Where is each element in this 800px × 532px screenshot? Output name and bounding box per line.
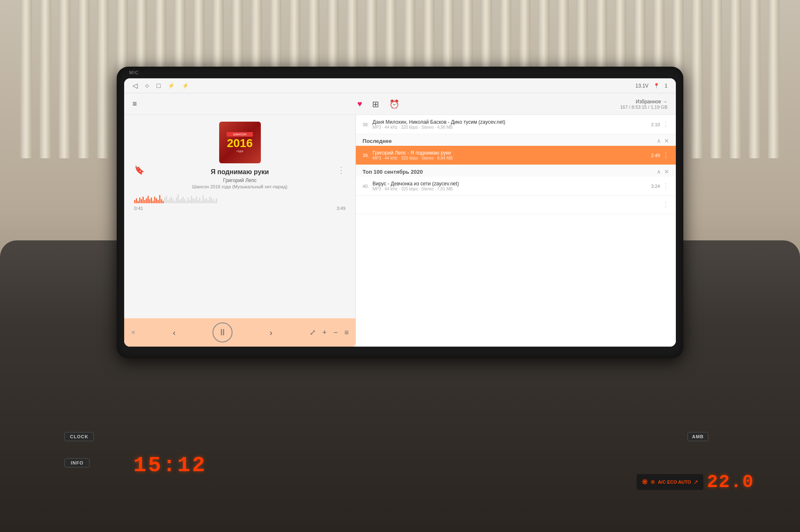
track-more-40[interactable]: ⋮: [662, 182, 669, 190]
track-meta-38: MP3 · 44 kHz · 320 kbps · Stereo · 4,98 …: [372, 125, 648, 130]
list-item[interactable]: 39. Григорий Лепс - Я поднимаю руки MP3 …: [356, 146, 676, 165]
controls-row: ✕ ‹ ⏸ › ⤢ + − ≡: [131, 322, 349, 342]
bookmark-icon[interactable]: 🔖: [134, 165, 145, 175]
track-meta-40: MP3 · 44 kHz · 320 kbps · Stereo · 7,81 …: [372, 187, 648, 191]
time-current: 0:41: [134, 206, 143, 211]
mic-label: MIC: [129, 70, 139, 75]
section-header-last: Последнее ∧ ✕: [356, 134, 676, 146]
section-close-icon[interactable]: ✕: [664, 137, 669, 144]
ac-mode-label: A/C ECO AUTO: [658, 480, 691, 485]
recent-apps-icon[interactable]: □: [157, 82, 161, 90]
signal-strength: 1: [665, 83, 668, 89]
back-icon[interactable]: ◁: [132, 82, 138, 90]
track-more-empty[interactable]: ⋮: [662, 201, 669, 209]
section-title-top100: Топ 100 сентябрь 2020: [362, 169, 423, 175]
alarm-clock-icon[interactable]: ⏰: [389, 99, 400, 109]
section-actions-top100: ∧ ✕: [657, 168, 669, 175]
play-pause-button[interactable]: ⏸: [212, 322, 232, 342]
list-item[interactable]: 40. Вирус - Девчонка из сети (zaycev.net…: [356, 177, 676, 196]
album-art: ШАНСОН 2016 года: [219, 122, 261, 163]
track-duration-40: 3:24: [651, 184, 660, 189]
track-title: Я поднимаю руки: [211, 168, 269, 176]
time-display: 0:41 3:49: [134, 206, 345, 211]
waveform: [134, 194, 345, 203]
track-duration-39: 2:49: [651, 153, 660, 158]
favorites-info: 167 / 8:53:15 / 1,19 GB: [620, 105, 668, 110]
screen-bezel: MIC ◁ ○ □ ⚡ ⚡ 13.1V 📍 1 ≡ ♥: [117, 67, 683, 358]
section-collapse-icon[interactable]: ∧: [657, 137, 661, 144]
list-item[interactable]: 38. Даня Милохин, Николай Басков - Дико …: [356, 115, 676, 134]
usb-icon-2: ⚡: [182, 82, 189, 89]
location-icon: 📍: [653, 83, 660, 89]
ac-arrow-icon: ↗: [693, 479, 698, 485]
heart-icon[interactable]: ♥: [357, 99, 362, 109]
prev-button[interactable]: ‹: [173, 328, 176, 337]
status-left: ◁ ○ □ ⚡ ⚡: [132, 82, 189, 90]
clock-button[interactable]: CLOCK: [65, 432, 94, 441]
section-collapse-top100-icon[interactable]: ∧: [657, 168, 661, 175]
add-to-queue-icon[interactable]: +: [322, 328, 327, 337]
section-close-top100-icon[interactable]: ✕: [664, 168, 669, 175]
playlist-panel: 38. Даня Милохин, Николай Басков - Дико …: [356, 115, 676, 347]
track-info: Вирус - Девчонка из сети (zaycev.net) MP…: [372, 181, 648, 191]
track-title-40: Вирус - Девчонка из сети (zaycev.net): [372, 181, 648, 187]
info-button[interactable]: INFO: [65, 458, 90, 467]
album-subtitle: года: [227, 149, 252, 153]
track-info: Григорий Лепс - Я поднимаю руки MP3 · 44…: [372, 150, 648, 160]
track-number: 39.: [362, 153, 372, 158]
track-title-38: Даня Милохин, Николай Басков - Дико туси…: [372, 119, 648, 125]
menu-icon[interactable]: ≡: [132, 100, 137, 108]
progress-container[interactable]: [134, 194, 345, 203]
shuffle-icon[interactable]: ✕: [131, 329, 136, 336]
ac-display: ❋ ❄ A/C ECO AUTO ↗: [637, 474, 703, 490]
battery-voltage: 13.1V: [635, 83, 648, 89]
queue-list-icon[interactable]: ≡: [345, 328, 349, 337]
list-item-empty: ⋮: [356, 196, 676, 214]
time-total: 3:49: [337, 206, 345, 211]
home-icon[interactable]: ○: [145, 82, 149, 90]
usb-icon-1: ⚡: [168, 82, 175, 89]
section-actions: ∧ ✕: [657, 137, 669, 144]
ac-temperature: 22.0: [707, 472, 754, 492]
hardware-controls: CLOCK INFO AMB 15:12 ❋ ❄ A/C ECO AUTO ↗ …: [0, 390, 800, 532]
app-bar: ≡ ♥ ⊞ ⏰ Избранное → 167 / 8:53:15 / 1,19…: [124, 93, 676, 115]
track-meta-39: MP3 · 44 kHz · 320 kbps · Stereo · 8,84 …: [372, 156, 648, 160]
album-badge: ШАНСОН: [227, 132, 252, 137]
track-more-39[interactable]: ⋮: [662, 151, 669, 159]
app-bar-center: ♥ ⊞ ⏰: [357, 99, 400, 109]
track-artist: Григорий Лепс: [223, 177, 256, 183]
track-more-icon[interactable]: ⋮: [337, 165, 345, 175]
app-bar-left: ≡: [132, 100, 137, 108]
section-title-last: Последнее: [362, 138, 392, 144]
amb-button[interactable]: AMB: [688, 432, 708, 441]
track-duration-38: 2:10: [651, 122, 660, 127]
favorites-label: Избранное →: [620, 99, 668, 105]
section-header-top100: Топ 100 сентябрь 2020 ∧ ✕: [356, 165, 676, 177]
album-year: 2016: [227, 137, 252, 149]
main-screen: ◁ ○ □ ⚡ ⚡ 13.1V 📍 1 ≡ ♥ ⊞ ⏰ Изб: [124, 78, 676, 347]
status-right: 13.1V 📍 1: [635, 83, 668, 89]
fan-icon: ❋: [642, 477, 648, 487]
status-bar: ◁ ○ □ ⚡ ⚡ 13.1V 📍 1: [124, 78, 676, 93]
track-more-38[interactable]: ⋮: [662, 120, 669, 128]
ac-panel: ❋ ❄ A/C ECO AUTO ↗ 22.0: [637, 472, 754, 492]
ac-snowflake-icon: ❄: [650, 479, 655, 485]
track-number: 40.: [362, 184, 372, 189]
bottom-icons: ⤢ + − ≡: [310, 328, 349, 337]
player-panel: 🔖 ⋮ ШАНСОН 2016 года Я поднимаю руки Гри…: [124, 115, 356, 347]
main-content: 🔖 ⋮ ШАНСОН 2016 года Я поднимаю руки Гри…: [124, 115, 676, 347]
track-info: Даня Милохин, Николай Басков - Дико туси…: [372, 119, 648, 130]
expand-icon[interactable]: ⤢: [310, 328, 316, 337]
track-title-39: Григорий Лепс - Я поднимаю руки: [372, 150, 648, 156]
track-album: Шансон 2016 года (Музыкальный хит-парад): [192, 184, 288, 189]
remove-from-queue-icon[interactable]: −: [333, 328, 338, 337]
equalizer-icon[interactable]: ⊞: [372, 99, 379, 109]
player-controls: ✕ ‹ ⏸ › ⤢ + − ≡: [124, 318, 355, 347]
clock-display: 15:12: [133, 453, 207, 478]
app-bar-right: Избранное → 167 / 8:53:15 / 1,19 GB: [620, 99, 668, 110]
track-number: 38.: [362, 122, 372, 127]
next-button[interactable]: ›: [270, 328, 272, 337]
